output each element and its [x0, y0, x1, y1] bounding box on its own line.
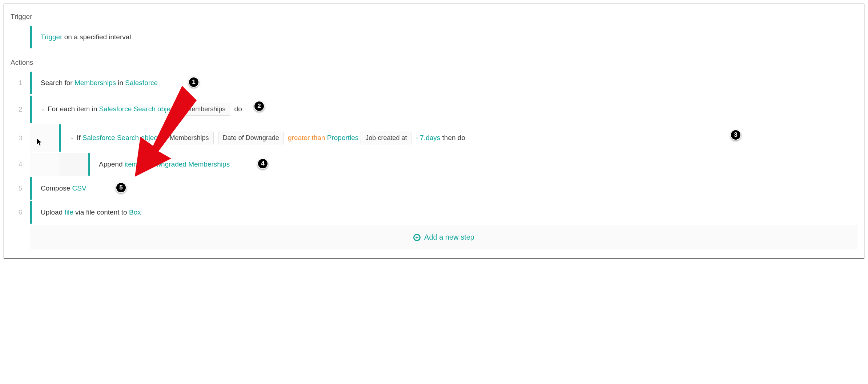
search-objects-link[interactable]: Salesforce Search objects	[99, 105, 180, 113]
chevron-down-icon[interactable]: ⌄	[41, 106, 45, 112]
salesforce-link[interactable]: Salesforce	[125, 79, 158, 87]
pill-date-downgrade[interactable]: Date of Downgrade	[218, 132, 284, 144]
pill-memberships[interactable]: Memberships	[165, 132, 214, 144]
operator-greater-than[interactable]: greater than	[288, 134, 325, 141]
box-link[interactable]: Box	[129, 208, 141, 216]
pill-job-created[interactable]: Job created at	[361, 132, 411, 144]
annotation-badge-1: 1	[188, 77, 199, 88]
annotation-badge-4: 4	[257, 158, 268, 169]
step-card[interactable]: Search for Memberships in Salesforce 1	[30, 72, 857, 94]
nest-indent	[30, 153, 59, 176]
nest-indent	[59, 153, 88, 176]
chevron-down-icon[interactable]: ⌄	[70, 135, 74, 140]
trigger-step[interactable]: Trigger on a specified interval	[30, 26, 857, 48]
action-step-6: 6 Upload file via file content to Box	[11, 201, 857, 224]
trigger-section-label: Trigger	[11, 13, 857, 21]
step-card[interactable]: Append item to Downgraded Memberships 4	[88, 153, 857, 176]
file-link[interactable]: file	[65, 208, 73, 216]
action-step-1: 1 Search for Memberships in Salesforce 1	[11, 72, 857, 94]
annotation-badge-3: 3	[730, 129, 741, 140]
item-link[interactable]: item	[125, 160, 138, 168]
step-card[interactable]: ⌄ For each item in Salesforce Search obj…	[30, 96, 857, 123]
step-card[interactable]: ⌄ If Salesforce Search objectsMembership…	[59, 124, 857, 152]
actions-section-label: Actions	[11, 59, 857, 67]
annotation-badge-5: 5	[116, 182, 126, 193]
step-number: 6	[11, 201, 30, 224]
step-card[interactable]: Compose CSV 5	[30, 177, 857, 200]
nest-indent	[30, 124, 59, 152]
add-step-label: Add a new step	[424, 233, 474, 241]
plus-circle-icon: +	[413, 234, 421, 241]
step-number: 4	[11, 153, 30, 176]
action-step-2: 2 ⌄ For each item in Salesforce Search o…	[11, 96, 857, 123]
trigger-row: Trigger on a specified interval	[11, 26, 857, 48]
downgraded-memberships-link[interactable]: Downgraded Memberships	[147, 160, 230, 168]
pill-memberships[interactable]: Memberships	[181, 103, 230, 116]
action-step-3: 3 ⌄ If Salesforce Search objectsMembersh…	[11, 124, 857, 152]
memberships-link[interactable]: Memberships	[75, 79, 116, 87]
step-number: 2	[11, 96, 30, 123]
csv-link[interactable]: CSV	[72, 184, 87, 192]
step-card[interactable]: Upload file via file content to Box	[30, 201, 857, 224]
days-offset-link[interactable]: - 7.days	[414, 134, 440, 141]
trigger-link[interactable]: Trigger	[41, 33, 62, 41]
action-step-5: 5 Compose CSV 5	[11, 177, 857, 200]
step-number: 1	[11, 72, 30, 94]
search-objects-link[interactable]: Salesforce Search objects	[83, 134, 163, 141]
step-number: 5	[11, 177, 30, 200]
add-step-button[interactable]: + Add a new step	[30, 225, 857, 249]
action-step-4: 4 Append item to Downgraded Memberships …	[11, 153, 857, 176]
step-number: 3	[11, 124, 30, 152]
trigger-text: on a specified interval	[62, 33, 131, 41]
properties-link[interactable]: Properties	[327, 134, 359, 141]
annotation-badge-2: 2	[254, 101, 265, 112]
workflow-editor: Trigger Trigger on a specified interval …	[4, 4, 864, 259]
